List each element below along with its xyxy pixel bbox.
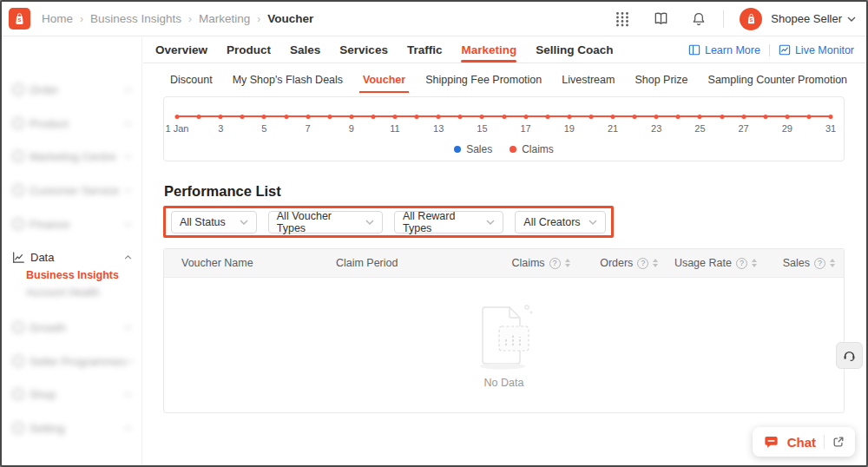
- chart-data-point: [306, 115, 310, 119]
- tab-sales[interactable]: Sales: [290, 37, 320, 62]
- notification-bell-icon[interactable]: [690, 10, 707, 28]
- chart-data-point: [829, 115, 833, 119]
- chart-data-point: [349, 115, 353, 119]
- sidebar-item-finance[interactable]: Finance: [2, 211, 142, 237]
- sort-icon[interactable]: [565, 259, 570, 267]
- knowledge-book-icon[interactable]: [652, 10, 669, 28]
- status-filter-dropdown[interactable]: All Status: [171, 211, 257, 234]
- no-data-text: No Data: [484, 377, 524, 389]
- chart-data-point: [502, 115, 506, 119]
- voucher-type-filter-dropdown[interactable]: All Voucher Types: [268, 211, 383, 234]
- help-icon[interactable]: ?: [549, 258, 561, 269]
- sidebar-item-order[interactable]: Order: [2, 76, 142, 102]
- subtab-shipping-fee-promotion[interactable]: Shipping Fee Promotion: [425, 66, 542, 94]
- chart-data-point: [197, 115, 201, 119]
- chart-data-point: [698, 115, 702, 119]
- header-divider: [723, 10, 724, 28]
- sidebar-item-product[interactable]: Product: [2, 110, 142, 136]
- chart-data-point: [480, 115, 484, 119]
- chat-popout-icon[interactable]: [832, 436, 845, 448]
- creator-filter-dropdown[interactable]: All Creators: [515, 211, 606, 234]
- chat-widget[interactable]: Chat: [753, 427, 855, 457]
- sidebar-item-shop[interactable]: Shop: [2, 381, 142, 407]
- sort-icon[interactable]: [830, 259, 835, 267]
- chart-x-tick-label: 7: [306, 123, 311, 134]
- breadcrumb-home[interactable]: Home: [42, 12, 73, 25]
- sidebar-item-setting[interactable]: Setting: [2, 415, 142, 441]
- chart-data-point: [393, 115, 398, 119]
- help-icon[interactable]: ?: [814, 258, 825, 269]
- performance-list-title: Performance List: [164, 183, 281, 200]
- chart-data-point: [567, 115, 571, 119]
- support-headset-button[interactable]: [836, 342, 863, 369]
- breadcrumb-separator: ›: [80, 13, 83, 25]
- chart-x-tick-label: 5: [261, 123, 266, 134]
- learn-more-link[interactable]: Learn More: [688, 44, 760, 56]
- chart-x-tick-label: 11: [390, 123, 399, 134]
- tab-services[interactable]: Services: [339, 37, 388, 62]
- live-monitor-link[interactable]: Live Monitor: [779, 44, 854, 56]
- sidebar-item-growth[interactable]: Growth: [2, 314, 142, 340]
- chart-data-point: [458, 115, 463, 119]
- apps-grid-icon[interactable]: [614, 10, 631, 28]
- user-name[interactable]: Shopee Seller: [771, 12, 842, 25]
- subtab-discount[interactable]: Discount: [170, 66, 213, 94]
- sidebar-item-marketing-centre[interactable]: Marketing Centre: [2, 143, 142, 169]
- sidebar-item-customer-service[interactable]: Customer Service: [2, 177, 142, 203]
- subtab-sampling-counter-promotion[interactable]: Sampling Counter Promotion: [708, 66, 848, 94]
- chart-data-point: [523, 115, 528, 119]
- sidebar-icon: [12, 321, 24, 333]
- chart-data-point: [763, 115, 767, 119]
- filter-bar-highlight: All Status All Voucher Types All Reward …: [163, 206, 614, 238]
- no-data-illustration: [473, 302, 536, 372]
- chevron-down-icon: [589, 220, 597, 225]
- breadcrumb-marketing[interactable]: Marketing: [199, 12, 250, 25]
- sidebar-item-account-health[interactable]: Account Health: [2, 281, 142, 304]
- col-sales: Sales ?: [766, 257, 844, 269]
- tab-selling-coach[interactable]: Selling Coach: [536, 37, 613, 62]
- chat-bubble-icon: [763, 434, 779, 451]
- legend-item-claims[interactable]: Claims: [510, 143, 554, 155]
- main-content: Overview Product Sales Services Traffic …: [143, 37, 866, 465]
- legend-item-sales[interactable]: Sales: [454, 143, 492, 155]
- table-empty-state: No Data: [164, 278, 844, 413]
- tab-product[interactable]: Product: [227, 37, 271, 62]
- chart-x-tick-label: 17: [520, 123, 530, 134]
- chevron-down-icon: [240, 220, 248, 225]
- help-icon[interactable]: ?: [736, 258, 747, 269]
- subtab-voucher[interactable]: Voucher: [363, 66, 405, 94]
- app-window: S Home › Business Insights › Marketing ›…: [0, 0, 868, 467]
- sort-icon[interactable]: [653, 259, 658, 267]
- marketing-subtabs: Discount My Shop's Flash Deals Voucher S…: [143, 66, 866, 94]
- svg-text:S: S: [750, 17, 753, 23]
- collapse-chevron-icon[interactable]: [124, 255, 132, 260]
- sidebar-icon: [12, 117, 24, 129]
- legend-dot-icon: [510, 146, 516, 153]
- user-avatar[interactable]: S: [740, 8, 762, 30]
- sort-icon[interactable]: [752, 259, 757, 267]
- subtab-flash-deals[interactable]: My Shop's Flash Deals: [233, 66, 343, 94]
- table-header-row: Voucher Name Claim Period Claims ? Order…: [164, 249, 844, 278]
- chart-data-point: [262, 115, 266, 119]
- help-icon[interactable]: ?: [637, 258, 648, 269]
- reward-type-filter-dropdown[interactable]: All Reward Types: [394, 211, 503, 234]
- col-voucher-name: Voucher Name: [164, 257, 327, 269]
- chart-data-point: [785, 115, 789, 119]
- shopee-logo-icon[interactable]: S: [9, 8, 30, 30]
- breadcrumb-business-insights[interactable]: Business Insights: [90, 12, 181, 25]
- chart-data-point: [219, 115, 223, 119]
- voucher-trend-chart: 1 Jan35791113151719212325272931 SalesCla…: [163, 96, 845, 161]
- user-menu-chevron-icon[interactable]: [847, 16, 856, 22]
- sidebar-item-seller-programmes[interactable]: Seller Programmes: [2, 348, 142, 374]
- chart-data-point: [175, 115, 180, 119]
- tab-overview[interactable]: Overview: [155, 37, 207, 62]
- tab-marketing[interactable]: Marketing: [461, 37, 516, 62]
- tab-traffic[interactable]: Traffic: [407, 37, 443, 62]
- chevron-down-icon: [486, 220, 495, 225]
- subtab-shop-prize[interactable]: Shop Prize: [635, 66, 687, 94]
- breadcrumb: Home › Business Insights › Marketing › V…: [42, 12, 313, 25]
- subtab-livestream[interactable]: Livestream: [562, 66, 615, 94]
- header-actions: S Shopee Seller: [614, 8, 856, 30]
- chart-x-tick-label: 19: [564, 123, 575, 134]
- chart-data-point: [589, 115, 593, 119]
